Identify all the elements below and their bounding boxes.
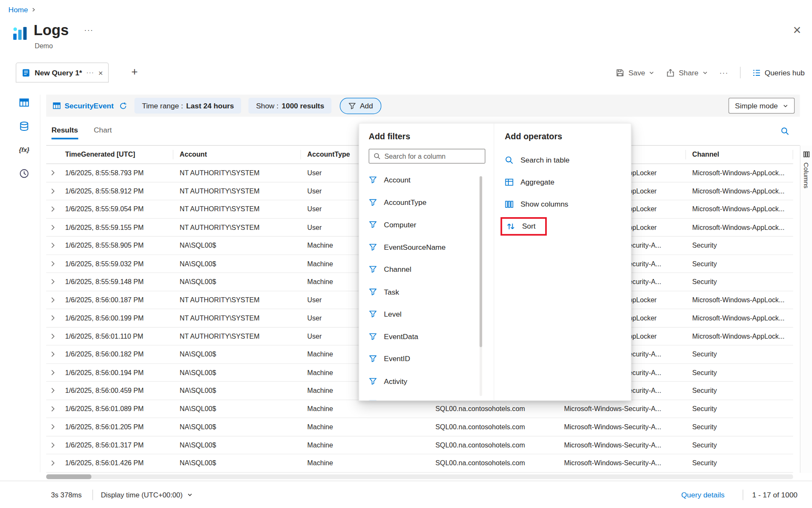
filter-column-item[interactable]: AccountType [369,191,494,214]
divider [93,489,93,500]
row-expand-chevron[interactable] [46,351,59,358]
more-actions-button[interactable]: ··· [719,68,728,77]
result-range: 1 - 17 of 1000 [752,490,797,499]
table-row[interactable]: 1/6/2025, 8:56:01.205 PM NA\SQL00$ Machi… [46,418,793,436]
table-row[interactable]: 1/6/2025, 8:56:01.089 PM NA\SQL00$ Machi… [46,400,793,418]
row-expand-chevron[interactable] [46,188,59,194]
operator-aggregate[interactable]: Aggregate [505,171,631,193]
display-time-dropdown[interactable]: Display time (UTC+00:00) [101,491,192,499]
page-more-button[interactable]: ··· [84,25,93,34]
filter-column-item[interactable]: Level [369,303,494,326]
row-expand-chevron[interactable] [46,333,59,340]
add-filters-title: Add filters [369,132,494,141]
row-expand-chevron[interactable] [46,315,59,321]
table-row[interactable]: 1/6/2025, 8:56:01.317 PM NA\SQL00$ Machi… [46,436,793,454]
time-range-filter[interactable]: Time range : Last 24 hours [134,98,241,113]
row-expand-chevron[interactable] [46,169,59,176]
column-header-account[interactable]: Account [173,150,301,159]
save-button[interactable]: Save [616,68,655,77]
add-filter-button[interactable]: Add [340,97,381,114]
tab-new-query[interactable]: New Query 1* ··· × [16,63,109,83]
row-expand-chevron[interactable] [46,405,59,412]
filter-column-item[interactable]: Computer [369,213,494,236]
table-selector[interactable]: SecurityEvent [52,102,127,110]
close-button[interactable]: × [793,23,801,37]
chevron-down-icon [649,70,655,76]
tab-close-button[interactable]: × [99,68,103,77]
row-expand-chevron[interactable] [46,369,59,376]
column-search-input[interactable] [384,152,480,160]
row-expand-chevron[interactable] [46,387,59,394]
cell-eventsourcename: Microsoft-Windows-Security-A... [558,459,686,467]
search-results-icon[interactable] [780,127,789,138]
chevron-down-icon [702,70,708,76]
row-expand-chevron[interactable] [46,260,59,267]
functions-icon[interactable]: {fx} [17,143,31,157]
filter-list-scrollbar[interactable] [480,176,482,396]
column-header-channel[interactable]: Channel [686,150,793,159]
cell-timegenerated: 1/6/2025, 8:56:01.205 PM [59,423,173,431]
scrollbar-thumb[interactable] [480,176,482,347]
filter-column-label: EventID [384,355,410,363]
filter-funnel-icon [369,176,377,184]
column-header-timegenerated[interactable]: TimeGenerated [UTC] [59,150,173,159]
filter-column-item[interactable]: Task [369,281,494,303]
add-operators-section: Add operators Search in table Aggregate … [494,124,631,400]
operator-show-columns[interactable]: Show columns [505,193,631,215]
tab-chart[interactable]: Chart [94,126,112,139]
table-row[interactable]: 1/6/2025, 8:56:01.426 PM NA\SQL00$ Machi… [46,454,793,472]
tab-more-button[interactable]: ··· [86,69,94,76]
row-expand-chevron[interactable] [46,460,59,467]
column-search-box[interactable] [369,149,486,164]
columns-icon [803,151,809,158]
show-results-filter[interactable]: Show : 1000 results [249,98,332,113]
filter-column-item[interactable]: EventID [369,348,494,370]
new-tab-button[interactable]: + [131,65,137,78]
queries-hub-button[interactable]: Queries hub [752,68,805,77]
cell-channel: Microsoft-Windows-AppLock... [686,332,793,340]
operator-sort[interactable]: Sort [505,215,631,237]
cell-account: NT AUTHORITY\SYSTEM [173,169,301,177]
filter-column-item[interactable]: EventData [369,325,494,348]
horizontal-scrollbar[interactable] [46,475,793,479]
query-details-link[interactable]: Query details [681,490,724,499]
breadcrumb-home-link[interactable]: Home [8,5,28,14]
status-bar: 3s 378ms Display time (UTC+00:00) Query … [0,480,812,508]
header-expand-column [46,150,59,159]
row-expand-chevron[interactable] [46,442,59,448]
filter-column-item[interactable]: Channel [369,258,494,281]
page-title: Logs [33,22,69,39]
cell-channel: Security [686,459,793,467]
tables-icon[interactable] [17,96,31,109]
cell-timegenerated: 1/6/2025, 8:55:59.054 PM [59,205,173,213]
queries-hub-icon [752,68,761,77]
share-button[interactable]: Share [666,68,708,77]
scrollbar-thumb[interactable] [46,475,91,479]
cell-account: NT AUTHORITY\SYSTEM [173,314,301,322]
row-expand-chevron[interactable] [46,278,59,285]
cell-eventsourcename: Microsoft-Windows-Security-A... [558,405,686,413]
show-value: 1000 results [282,102,324,110]
queries-icon[interactable] [17,119,31,133]
filter-column-item[interactable]: EventSourceName [369,236,494,258]
chevron-down-icon [782,103,788,109]
filter-column-item[interactable]: Account [369,169,494,191]
row-expand-chevron[interactable] [46,242,59,249]
row-expand-chevron[interactable] [46,206,59,213]
breadcrumb: Home [8,5,36,14]
row-expand-chevron[interactable] [46,224,59,231]
mode-dropdown[interactable]: Simple mode [729,98,795,113]
filter-column-item[interactable]: Activity [369,370,494,392]
tab-results[interactable]: Results [52,126,78,139]
workspace-name: Demo [35,42,53,50]
cell-account: NA\SQL00$ [173,423,301,431]
operator-search-in-table[interactable]: Search in table [505,149,631,171]
refresh-icon[interactable] [119,102,127,110]
filter-column-item[interactable] [369,392,494,400]
columns-rail-button[interactable]: Columns [800,146,812,473]
cell-timegenerated: 1/6/2025, 8:56:00.194 PM [59,368,173,376]
row-expand-chevron[interactable] [46,423,59,430]
divider [40,95,40,472]
row-expand-chevron[interactable] [46,296,59,303]
history-icon[interactable] [17,167,31,180]
